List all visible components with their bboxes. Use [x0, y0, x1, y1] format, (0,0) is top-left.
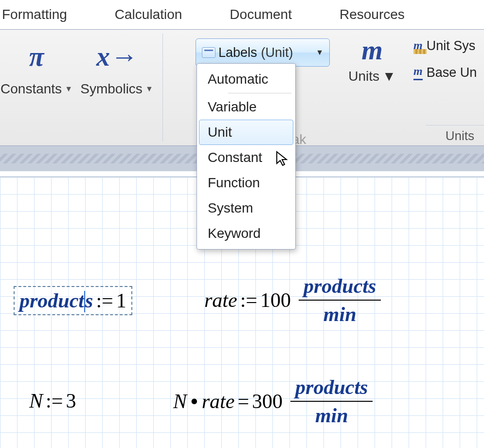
base-units-button[interactable]: m Base Un	[413, 65, 477, 80]
x-arrow-icon: x→	[77, 35, 157, 78]
value-100: 100	[260, 288, 291, 312]
menu-resources[interactable]: Resources	[338, 3, 407, 26]
math-region-rate[interactable]: rate := 100 products min	[204, 274, 381, 326]
menu-separator	[228, 93, 291, 93]
math-region-products[interactable]: product s := 1	[14, 286, 132, 315]
units-button[interactable]: Units ▼	[341, 69, 404, 84]
symbolics-label: Symbolics	[80, 81, 143, 97]
caret-down-icon: ▼	[65, 85, 72, 93]
text-caret	[84, 291, 85, 312]
labels-item-automatic[interactable]: Automatic	[199, 67, 293, 92]
unit-products: products	[299, 274, 381, 300]
constants-label: Constants	[0, 81, 62, 97]
label-icon	[202, 47, 215, 58]
value-300: 300	[252, 390, 283, 413]
value-1: 1	[116, 289, 126, 312]
identifier-rate: rate	[204, 288, 237, 312]
unit-system-button[interactable]: m Unit Sys	[413, 38, 475, 54]
fraction: products min	[299, 274, 381, 326]
labels-current: (Unit)	[261, 45, 293, 60]
assign-op: :=	[43, 389, 66, 412]
unit-products: products	[290, 376, 373, 401]
unit-min: min	[310, 402, 353, 427]
labels-button-text: Labels	[218, 45, 257, 60]
dot-operator: •	[187, 390, 202, 413]
labels-item-function[interactable]: Function	[199, 170, 293, 196]
labels-item-system[interactable]: System	[199, 196, 293, 221]
units-label: Units	[348, 69, 379, 84]
labels-split-button[interactable]: Labels (Unit) ▼	[196, 38, 330, 67]
separator	[162, 34, 163, 142]
value-3: 3	[66, 389, 76, 412]
labels-item-variable[interactable]: Variable	[199, 94, 293, 120]
caret-down-icon: ▼	[382, 69, 396, 84]
ribbon-tab-label: Units	[426, 125, 484, 143]
labels-item-constant[interactable]: Constant	[199, 145, 293, 170]
labels-dropdown: Automatic Variable Unit Constant Functio…	[197, 63, 296, 250]
assign-op: :=	[237, 288, 260, 312]
menu-formatting[interactable]: Formatting	[0, 3, 69, 26]
identifier-n: N	[173, 390, 187, 413]
caret-down-icon: ▼	[145, 85, 153, 93]
identifier-products-post: s	[85, 289, 93, 312]
menubar: Formatting Calculation Document Resource…	[0, 0, 484, 29]
math-region-nrate[interactable]: N • rate = 300 products min	[173, 376, 373, 427]
labels-item-unit[interactable]: Unit	[199, 120, 293, 145]
symbolics-button[interactable]: Symbolics ▼	[77, 81, 157, 97]
ruler-m-icon: m	[413, 39, 423, 53]
m-icon: m	[341, 35, 404, 66]
equals-op: =	[234, 390, 252, 413]
unit-system-label: Unit Sys	[427, 38, 476, 54]
fraction: products min	[290, 376, 373, 427]
unit-min: min	[319, 301, 361, 326]
constants-button[interactable]: Constants ▼	[4, 81, 69, 97]
pi-icon: π	[4, 35, 69, 78]
caret-down-icon: ▼	[316, 48, 323, 57]
math-region-n[interactable]: N := 3	[29, 389, 76, 412]
menu-document[interactable]: Document	[228, 3, 294, 26]
identifier-products-pre: product	[19, 289, 84, 312]
assign-op: :=	[93, 289, 116, 312]
labels-item-keyword[interactable]: Keyword	[199, 221, 293, 246]
base-units-label: Base Un	[427, 65, 477, 80]
identifier-rate: rate	[202, 390, 235, 413]
identifier-n: N	[29, 389, 43, 412]
underlined-m-icon: m	[413, 65, 423, 80]
menu-calculation[interactable]: Calculation	[113, 3, 184, 26]
